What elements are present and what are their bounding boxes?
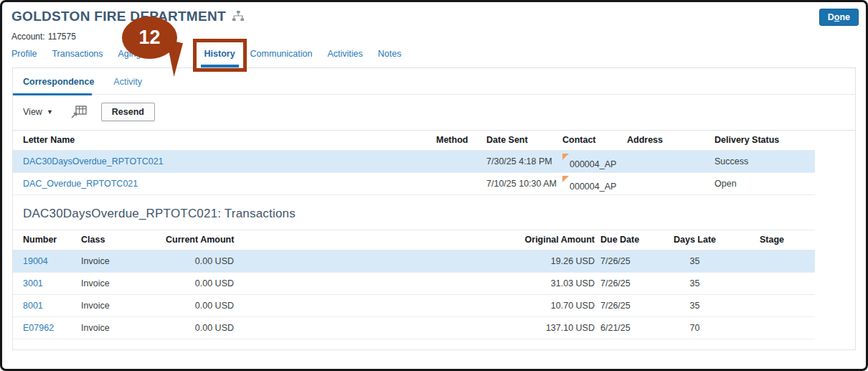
original-amount-cell: 31.03 USD xyxy=(512,273,595,295)
account-label: Account: xyxy=(11,32,45,42)
col-days-late[interactable]: Days Late xyxy=(661,230,729,250)
tab-history[interactable]: History xyxy=(204,49,235,59)
col-original-amount[interactable]: Original Amount xyxy=(512,230,595,250)
transaction-row[interactable]: 19004 Invoice 0.00 USD 19.26 USD 7/26/25… xyxy=(13,250,815,273)
correspondence-table: Letter Name Method Date Sent Contact Add… xyxy=(13,131,815,195)
days-late-cell: 35 xyxy=(661,295,729,317)
current-amount-cell: 0.00 USD xyxy=(166,250,234,273)
transactions-table: Number Class Current Amount Original Amo… xyxy=(13,230,815,339)
page-title: GOLDSTON FIRE DEPARTMENT xyxy=(11,9,226,24)
spacer-column xyxy=(234,230,512,250)
col-contact[interactable]: Contact xyxy=(562,131,627,151)
transactions-header-row: Number Class Current Amount Original Amo… xyxy=(13,230,815,250)
letter-name-link[interactable]: DAC30DaysOverdue_RPTOTC021 xyxy=(23,156,164,166)
days-late-cell: 70 xyxy=(661,317,729,339)
transaction-number-link[interactable]: 8001 xyxy=(23,301,43,311)
tab-transactions[interactable]: Transactions xyxy=(52,49,103,59)
transaction-number-link[interactable]: 19004 xyxy=(23,256,48,266)
stage-cell xyxy=(729,295,815,317)
transaction-number-link[interactable]: 3001 xyxy=(23,278,43,288)
class-cell: Invoice xyxy=(81,317,166,339)
tab-profile[interactable]: Profile xyxy=(11,49,37,59)
col-method[interactable]: Method xyxy=(436,131,486,151)
transaction-row[interactable]: 8001 Invoice 0.00 USD 10.70 USD 7/26/25 … xyxy=(13,295,815,317)
app-window: GOLDSTON FIRE DEPARTMENT Done Account:11… xyxy=(0,0,868,371)
col-number[interactable]: Number xyxy=(13,230,81,250)
contact-cell: 000004_AP xyxy=(562,173,627,195)
days-late-cell: 35 xyxy=(661,273,729,295)
contact-cell: 000004_AP xyxy=(562,151,627,173)
tab-notes[interactable]: Notes xyxy=(378,49,402,59)
due-date-cell: 6/21/25 xyxy=(595,317,661,339)
original-amount-cell: 10.70 USD xyxy=(512,295,595,317)
transactions-section-heading: DAC30DaysOverdue_RPTOTC021: Transactions xyxy=(23,207,855,221)
delivery-status-cell: Success xyxy=(714,151,815,173)
class-cell: Invoice xyxy=(81,250,166,273)
due-date-cell: 7/26/25 xyxy=(595,250,661,273)
stage-cell xyxy=(729,317,815,339)
tab-activities[interactable]: Activities xyxy=(327,49,362,59)
date-sent-cell: 7/30/25 4:18 PM xyxy=(486,151,562,173)
transaction-row[interactable]: E07962 Invoice 0.00 USD 137.10 USD 6/21/… xyxy=(13,317,815,339)
col-class[interactable]: Class xyxy=(81,230,166,250)
address-cell xyxy=(627,173,714,195)
col-letter-name[interactable]: Letter Name xyxy=(13,131,436,151)
original-amount-cell: 19.26 USD xyxy=(512,250,595,273)
correspondence-header-row: Letter Name Method Date Sent Contact Add… xyxy=(13,131,815,151)
original-amount-cell: 137.10 USD xyxy=(512,317,595,339)
history-tab-panel: Correspondence Activity View ▼ Resend xyxy=(12,67,856,350)
correspondence-toolbar: View ▼ Resend xyxy=(13,95,855,131)
detach-table-icon[interactable] xyxy=(70,105,87,119)
letter-name-link[interactable]: DAC_Overdue_RPTOTC021 xyxy=(23,179,138,189)
done-button[interactable]: Done xyxy=(819,9,859,26)
correspondence-row[interactable]: DAC30DaysOverdue_RPTOTC021 7/30/25 4:18 … xyxy=(13,151,815,173)
days-late-cell: 35 xyxy=(661,250,729,273)
due-date-cell: 7/26/25 xyxy=(595,273,661,295)
col-current-amount[interactable]: Current Amount xyxy=(166,230,234,250)
stage-cell xyxy=(729,250,815,273)
note-flag-icon xyxy=(562,154,569,160)
delivery-status-cell: Open xyxy=(714,173,815,195)
transaction-number-link[interactable]: E07962 xyxy=(23,323,54,333)
col-address[interactable]: Address xyxy=(627,131,714,151)
correspondence-row[interactable]: DAC_Overdue_RPTOTC021 7/10/25 10:30 AM 0… xyxy=(13,173,815,195)
note-flag-icon xyxy=(562,176,569,182)
annotation-step-badge: 12 xyxy=(122,17,177,59)
current-amount-cell: 0.00 USD xyxy=(166,317,234,339)
stage-cell xyxy=(729,273,815,295)
col-date-sent[interactable]: Date Sent xyxy=(486,131,562,151)
hierarchy-icon[interactable] xyxy=(232,11,245,24)
col-stage[interactable]: Stage xyxy=(729,230,815,250)
tab-communication[interactable]: Communication xyxy=(250,49,313,59)
view-menu-button[interactable]: View ▼ xyxy=(23,107,53,117)
method-cell xyxy=(436,173,486,195)
method-cell xyxy=(436,151,486,173)
col-due-date[interactable]: Due Date xyxy=(595,230,661,250)
account-number: 117575 xyxy=(48,32,76,42)
class-cell: Invoice xyxy=(81,295,166,317)
transaction-row[interactable]: 3001 Invoice 0.00 USD 31.03 USD 7/26/25 … xyxy=(13,273,815,295)
resend-button[interactable]: Resend xyxy=(101,103,155,121)
col-delivery-status[interactable]: Delivery Status xyxy=(714,131,815,151)
address-cell xyxy=(627,151,714,173)
class-cell: Invoice xyxy=(81,273,166,295)
sub-tab-bar: Correspondence Activity xyxy=(13,68,855,95)
subtab-correspondence[interactable]: Correspondence xyxy=(23,77,94,87)
date-sent-cell: 7/10/25 10:30 AM xyxy=(486,173,562,195)
due-date-cell: 7/26/25 xyxy=(595,295,661,317)
current-amount-cell: 0.00 USD xyxy=(166,295,234,317)
current-amount-cell: 0.00 USD xyxy=(166,273,234,295)
subtab-activity[interactable]: Activity xyxy=(113,77,142,87)
chevron-down-icon: ▼ xyxy=(47,108,53,116)
